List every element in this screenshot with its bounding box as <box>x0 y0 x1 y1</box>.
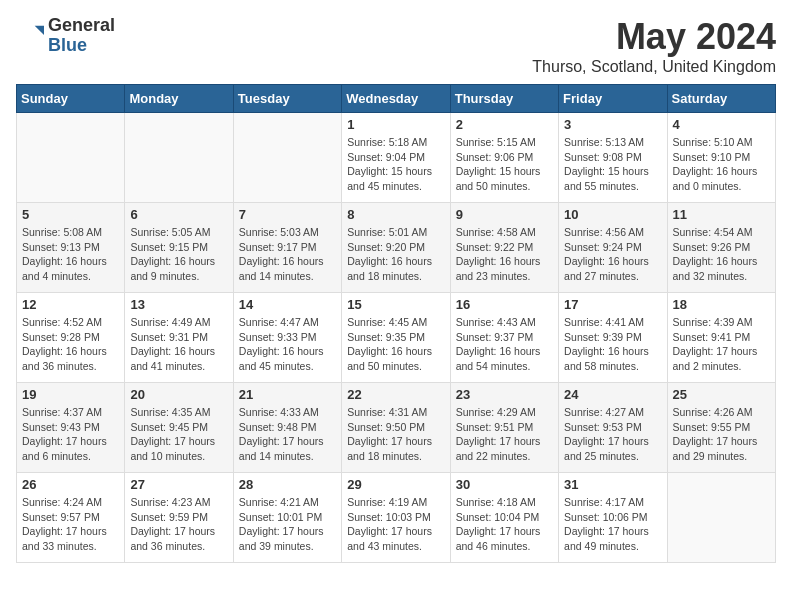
cell-content: Sunrise: 4:21 AM Sunset: 10:01 PM Daylig… <box>239 495 336 554</box>
cell-content: Sunrise: 5:15 AM Sunset: 9:06 PM Dayligh… <box>456 135 553 194</box>
day-number: 12 <box>22 297 119 312</box>
calendar-cell: 17Sunrise: 4:41 AM Sunset: 9:39 PM Dayli… <box>559 293 667 383</box>
calendar-cell: 25Sunrise: 4:26 AM Sunset: 9:55 PM Dayli… <box>667 383 775 473</box>
cell-content: Sunrise: 5:08 AM Sunset: 9:13 PM Dayligh… <box>22 225 119 284</box>
cell-content: Sunrise: 4:47 AM Sunset: 9:33 PM Dayligh… <box>239 315 336 374</box>
calendar-cell: 20Sunrise: 4:35 AM Sunset: 9:45 PM Dayli… <box>125 383 233 473</box>
logo-blue: Blue <box>48 36 115 56</box>
logo-general: General <box>48 16 115 36</box>
calendar-cell: 30Sunrise: 4:18 AM Sunset: 10:04 PM Dayl… <box>450 473 558 563</box>
logo-icon <box>16 22 44 50</box>
header-day-sunday: Sunday <box>17 85 125 113</box>
cell-content: Sunrise: 4:24 AM Sunset: 9:57 PM Dayligh… <box>22 495 119 554</box>
header-day-thursday: Thursday <box>450 85 558 113</box>
day-number: 28 <box>239 477 336 492</box>
cell-content: Sunrise: 4:52 AM Sunset: 9:28 PM Dayligh… <box>22 315 119 374</box>
calendar-cell: 4Sunrise: 5:10 AM Sunset: 9:10 PM Daylig… <box>667 113 775 203</box>
cell-content: Sunrise: 5:01 AM Sunset: 9:20 PM Dayligh… <box>347 225 444 284</box>
day-number: 20 <box>130 387 227 402</box>
day-number: 13 <box>130 297 227 312</box>
day-number: 3 <box>564 117 661 132</box>
cell-content: Sunrise: 4:33 AM Sunset: 9:48 PM Dayligh… <box>239 405 336 464</box>
location: Thurso, Scotland, United Kingdom <box>532 58 776 76</box>
calendar-cell: 1Sunrise: 5:18 AM Sunset: 9:04 PM Daylig… <box>342 113 450 203</box>
cell-content: Sunrise: 4:26 AM Sunset: 9:55 PM Dayligh… <box>673 405 770 464</box>
cell-content: Sunrise: 5:03 AM Sunset: 9:17 PM Dayligh… <box>239 225 336 284</box>
cell-content: Sunrise: 4:17 AM Sunset: 10:06 PM Daylig… <box>564 495 661 554</box>
day-number: 21 <box>239 387 336 402</box>
calendar-cell <box>233 113 341 203</box>
cell-content: Sunrise: 4:29 AM Sunset: 9:51 PM Dayligh… <box>456 405 553 464</box>
calendar-cell <box>17 113 125 203</box>
cell-content: Sunrise: 4:41 AM Sunset: 9:39 PM Dayligh… <box>564 315 661 374</box>
day-number: 29 <box>347 477 444 492</box>
calendar-cell: 28Sunrise: 4:21 AM Sunset: 10:01 PM Dayl… <box>233 473 341 563</box>
calendar-cell: 16Sunrise: 4:43 AM Sunset: 9:37 PM Dayli… <box>450 293 558 383</box>
week-row-2: 5Sunrise: 5:08 AM Sunset: 9:13 PM Daylig… <box>17 203 776 293</box>
calendar-cell: 24Sunrise: 4:27 AM Sunset: 9:53 PM Dayli… <box>559 383 667 473</box>
calendar-cell: 2Sunrise: 5:15 AM Sunset: 9:06 PM Daylig… <box>450 113 558 203</box>
calendar-body: 1Sunrise: 5:18 AM Sunset: 9:04 PM Daylig… <box>17 113 776 563</box>
calendar-cell: 10Sunrise: 4:56 AM Sunset: 9:24 PM Dayli… <box>559 203 667 293</box>
calendar-cell <box>125 113 233 203</box>
cell-content: Sunrise: 4:45 AM Sunset: 9:35 PM Dayligh… <box>347 315 444 374</box>
day-number: 16 <box>456 297 553 312</box>
day-number: 19 <box>22 387 119 402</box>
calendar-cell: 19Sunrise: 4:37 AM Sunset: 9:43 PM Dayli… <box>17 383 125 473</box>
header-day-tuesday: Tuesday <box>233 85 341 113</box>
calendar-cell: 21Sunrise: 4:33 AM Sunset: 9:48 PM Dayli… <box>233 383 341 473</box>
week-row-4: 19Sunrise: 4:37 AM Sunset: 9:43 PM Dayli… <box>17 383 776 473</box>
cell-content: Sunrise: 4:31 AM Sunset: 9:50 PM Dayligh… <box>347 405 444 464</box>
day-number: 24 <box>564 387 661 402</box>
day-number: 31 <box>564 477 661 492</box>
calendar-cell <box>667 473 775 563</box>
calendar-cell: 7Sunrise: 5:03 AM Sunset: 9:17 PM Daylig… <box>233 203 341 293</box>
day-number: 23 <box>456 387 553 402</box>
calendar-header: SundayMondayTuesdayWednesdayThursdayFrid… <box>17 85 776 113</box>
cell-content: Sunrise: 4:56 AM Sunset: 9:24 PM Dayligh… <box>564 225 661 284</box>
day-number: 6 <box>130 207 227 222</box>
day-number: 26 <box>22 477 119 492</box>
calendar-cell: 15Sunrise: 4:45 AM Sunset: 9:35 PM Dayli… <box>342 293 450 383</box>
cell-content: Sunrise: 4:49 AM Sunset: 9:31 PM Dayligh… <box>130 315 227 374</box>
calendar-cell: 11Sunrise: 4:54 AM Sunset: 9:26 PM Dayli… <box>667 203 775 293</box>
day-number: 15 <box>347 297 444 312</box>
day-number: 9 <box>456 207 553 222</box>
calendar-cell: 5Sunrise: 5:08 AM Sunset: 9:13 PM Daylig… <box>17 203 125 293</box>
cell-content: Sunrise: 4:27 AM Sunset: 9:53 PM Dayligh… <box>564 405 661 464</box>
calendar-cell: 23Sunrise: 4:29 AM Sunset: 9:51 PM Dayli… <box>450 383 558 473</box>
cell-content: Sunrise: 4:23 AM Sunset: 9:59 PM Dayligh… <box>130 495 227 554</box>
calendar-cell: 31Sunrise: 4:17 AM Sunset: 10:06 PM Dayl… <box>559 473 667 563</box>
cell-content: Sunrise: 5:10 AM Sunset: 9:10 PM Dayligh… <box>673 135 770 194</box>
week-row-5: 26Sunrise: 4:24 AM Sunset: 9:57 PM Dayli… <box>17 473 776 563</box>
cell-content: Sunrise: 4:37 AM Sunset: 9:43 PM Dayligh… <box>22 405 119 464</box>
cell-content: Sunrise: 4:58 AM Sunset: 9:22 PM Dayligh… <box>456 225 553 284</box>
cell-content: Sunrise: 4:19 AM Sunset: 10:03 PM Daylig… <box>347 495 444 554</box>
calendar-cell: 26Sunrise: 4:24 AM Sunset: 9:57 PM Dayli… <box>17 473 125 563</box>
day-number: 30 <box>456 477 553 492</box>
cell-content: Sunrise: 5:18 AM Sunset: 9:04 PM Dayligh… <box>347 135 444 194</box>
calendar-cell: 8Sunrise: 5:01 AM Sunset: 9:20 PM Daylig… <box>342 203 450 293</box>
header-day-saturday: Saturday <box>667 85 775 113</box>
calendar-cell: 9Sunrise: 4:58 AM Sunset: 9:22 PM Daylig… <box>450 203 558 293</box>
day-number: 4 <box>673 117 770 132</box>
page-header: General Blue May 2024 Thurso, Scotland, … <box>16 16 776 76</box>
cell-content: Sunrise: 4:35 AM Sunset: 9:45 PM Dayligh… <box>130 405 227 464</box>
calendar-cell: 12Sunrise: 4:52 AM Sunset: 9:28 PM Dayli… <box>17 293 125 383</box>
cell-content: Sunrise: 4:43 AM Sunset: 9:37 PM Dayligh… <box>456 315 553 374</box>
month-title: May 2024 <box>532 16 776 58</box>
calendar-cell: 6Sunrise: 5:05 AM Sunset: 9:15 PM Daylig… <box>125 203 233 293</box>
day-number: 11 <box>673 207 770 222</box>
week-row-1: 1Sunrise: 5:18 AM Sunset: 9:04 PM Daylig… <box>17 113 776 203</box>
calendar-cell: 27Sunrise: 4:23 AM Sunset: 9:59 PM Dayli… <box>125 473 233 563</box>
day-number: 25 <box>673 387 770 402</box>
week-row-3: 12Sunrise: 4:52 AM Sunset: 9:28 PM Dayli… <box>17 293 776 383</box>
day-number: 14 <box>239 297 336 312</box>
cell-content: Sunrise: 5:13 AM Sunset: 9:08 PM Dayligh… <box>564 135 661 194</box>
calendar-cell: 3Sunrise: 5:13 AM Sunset: 9:08 PM Daylig… <box>559 113 667 203</box>
calendar-cell: 13Sunrise: 4:49 AM Sunset: 9:31 PM Dayli… <box>125 293 233 383</box>
day-number: 22 <box>347 387 444 402</box>
day-number: 5 <box>22 207 119 222</box>
title-section: May 2024 Thurso, Scotland, United Kingdo… <box>532 16 776 76</box>
day-number: 18 <box>673 297 770 312</box>
